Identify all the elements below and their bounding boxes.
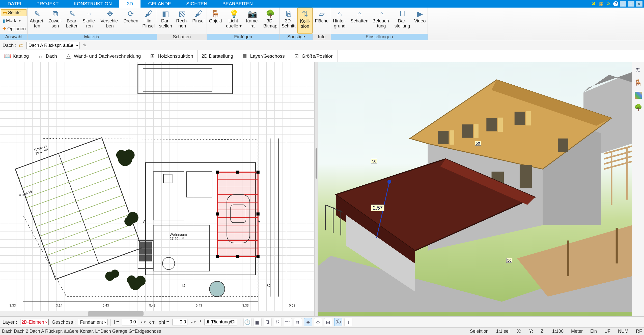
ribbon-lichtquelle[interactable]: 💡Licht- quelle ▾ — [224, 8, 244, 34]
ribbon-skalieren[interactable]: ↔Skalie- ren — [80, 8, 98, 34]
ribbon-hin.pinsel[interactable]: 🖌Hin. Pinsel — [140, 8, 157, 34]
ribbon-3dbitmap[interactable]: 🌳3D- Bitmap — [261, 8, 279, 34]
ribbon-drehen[interactable]: ⟳Drehen — [121, 8, 140, 34]
status-num: NUM — [618, 329, 628, 334]
ribbon-darstellung[interactable]: 🖥Dar- stellung — [393, 8, 412, 34]
view-3d[interactable]: 2.57 50 50 50 — [318, 62, 632, 316]
svg-rect-81 — [474, 124, 478, 138]
maximize-button[interactable]: □ — [628, 1, 634, 7]
mode-input[interactable] — [204, 319, 237, 325]
menu-datei[interactable]: DATEI — [0, 0, 29, 8]
ribbon-darstellen[interactable]: ◧Dar- stellen — [157, 8, 174, 34]
screen-icon[interactable]: ▣ — [254, 318, 262, 326]
ribbon-hintergrund[interactable]: ⌂Hinter- grund — [331, 8, 349, 34]
beleuch-icon: ⌂ — [376, 9, 386, 19]
status-uf: UF — [604, 329, 610, 334]
tree-icon[interactable]: 🌳 — [634, 103, 642, 112]
ribbon-zuweisen[interactable]: ⧉Zuwei- sen — [46, 8, 64, 34]
ribbon-3dschnitt[interactable]: ⎘3D- Schnitt — [279, 8, 297, 34]
hin.-icon: 🖌 — [144, 9, 154, 19]
ribbon: ▭Selekt ▮Mark.▼ ✚Optionen Auswahl ✎Abgre… — [0, 8, 644, 40]
objekt-icon: 🪑 — [210, 9, 220, 19]
l-input[interactable] — [122, 319, 137, 325]
view-2d[interactable]: Raum 1529,80 m² Raum 16 Wohnraum27,20 m²… — [0, 62, 314, 316]
group-label: Einstellungen — [331, 34, 428, 40]
svg-rect-27 — [218, 172, 258, 256]
svg-point-58 — [209, 281, 225, 297]
schatten-icon: ⌂ — [354, 9, 365, 19]
svg-rect-71 — [438, 131, 449, 144]
menu-projekt[interactable]: PROJEKT — [29, 0, 66, 8]
tooltab-greposition[interactable]: ⊡Größe/Position — [289, 50, 338, 62]
view-splitter[interactable] — [314, 62, 318, 316]
edit-icon[interactable]: ✎ — [82, 42, 88, 48]
menu-sichten[interactable]: SICHTEN — [179, 0, 215, 8]
copy-icon[interactable]: ⎘ — [274, 318, 282, 326]
geschoss-label: Geschoss : — [52, 319, 76, 325]
tooltab-katalog[interactable]: 📖Katalog — [0, 50, 33, 62]
info-icon[interactable]: i — [344, 318, 352, 326]
menu-konstruktion[interactable]: KONSTRUKTION — [66, 0, 119, 8]
geschoss-select[interactable]: Fundament — [79, 319, 107, 325]
svg-rect-41 — [257, 171, 260, 174]
close-button[interactable]: × — [636, 1, 642, 7]
clock-icon[interactable]: 🕒 — [243, 318, 251, 326]
status-unit: Meter — [571, 329, 583, 334]
menu-bearbeiten[interactable]: BEARBEITEN — [215, 0, 260, 8]
phi-input[interactable] — [172, 319, 187, 325]
tooltab-label: Dach — [46, 53, 57, 59]
ribbon-verschieben[interactable]: ✥Verschie- ben — [98, 8, 121, 34]
svg-rect-15 — [153, 172, 184, 220]
tooltab-holzkonstruktion[interactable]: ⊞Holzkonstruktion — [145, 50, 197, 62]
section-d1: D — [182, 283, 185, 288]
ribbon-kollision[interactable]: ⇅Kolli- sion — [297, 8, 313, 34]
ribbon-beleuchtung[interactable]: ⌂Beleuch- tung — [371, 8, 393, 34]
help-icon[interactable]: ? — [613, 1, 618, 6]
ribbon-label: Zuwei- sen — [48, 19, 62, 29]
layout-icon[interactable]: ▦ — [598, 1, 604, 7]
tooltab-dach[interactable]: ⌂Dach — [33, 50, 61, 62]
materials-icon[interactable] — [635, 92, 642, 99]
selekt-button[interactable]: ▭Selekt — [1, 9, 26, 16]
ribbon-bearbeiten[interactable]: ✎Bear- beiten — [64, 8, 80, 34]
ribbon-fläche[interactable]: ▱Fläche — [313, 8, 330, 34]
ribbon-label: Hin. Pinsel — [142, 19, 155, 29]
grid-icon[interactable]: ⊞ — [324, 318, 332, 326]
ribbon-rechnen[interactable]: ▧Rech- nen — [174, 8, 190, 34]
svg-point-54 — [111, 270, 119, 278]
svg-rect-79 — [558, 139, 568, 152]
layers-icon[interactable]: ≋ — [634, 65, 642, 74]
north-icon[interactable]: Ⓝ — [334, 318, 342, 326]
tools-icon[interactable]: ✖ — [591, 1, 597, 7]
mark-button[interactable]: ▮Mark.▼ — [1, 18, 26, 24]
tooltab-wandunddachverschneidung[interactable]: △Wand- und Dachverschneidung — [61, 50, 145, 62]
tool-tabs: 📖Katalog⌂Dach△Wand- und Dachverschneidun… — [0, 50, 644, 62]
iso-icon[interactable]: ◈ — [304, 318, 312, 326]
hinter-icon: ⌂ — [335, 9, 345, 19]
svg-point-52 — [124, 217, 133, 226]
line-icon[interactable]: 〰 — [284, 318, 292, 326]
ribbon-schatten[interactable]: ⌂Schatten — [349, 8, 371, 34]
layers2-icon[interactable]: ≋ — [294, 318, 302, 326]
dach-select[interactable]: Dach A Rückspr. äuße — [26, 42, 79, 49]
horizontal-scrollbar[interactable] — [0, 311, 314, 316]
ribbon-abgreifen[interactable]: ✎Abgrei- fen — [28, 8, 46, 34]
shape-icon[interactable]: ◇ — [314, 318, 322, 326]
status-left: Dach Dach 2 Dach A Rückspr. äußere Konst… — [2, 329, 161, 334]
ribbon-pinsel[interactable]: 🖌Pinsel — [190, 8, 207, 34]
layer-select[interactable]: 2D-Elemen — [20, 319, 49, 325]
svg-rect-72 — [462, 124, 473, 138]
tooltab-layergeschoss[interactable]: ≣Layer/Geschoss — [237, 50, 289, 62]
menu-3d[interactable]: 3D — [119, 0, 141, 8]
ribbon-video[interactable]: ▶Video — [412, 8, 428, 34]
settings-icon[interactable]: ✲ — [606, 1, 612, 7]
group-icon[interactable]: ⧉ — [264, 318, 272, 326]
ribbon-objekt[interactable]: 🪑Objekt — [207, 8, 224, 34]
ribbon-kamera[interactable]: 📷Kame- ra — [244, 8, 261, 34]
tooltab-ddarstellung[interactable]: 2D Darstellung — [198, 50, 238, 62]
furniture-icon[interactable]: 🪑 — [634, 79, 642, 87]
menu-gelände[interactable]: GELÄNDE — [141, 0, 179, 8]
optionen-button[interactable]: ✚Optionen — [1, 25, 26, 32]
minimize-button[interactable]: _ — [620, 1, 626, 7]
status-selektion: Selektion — [470, 329, 489, 334]
